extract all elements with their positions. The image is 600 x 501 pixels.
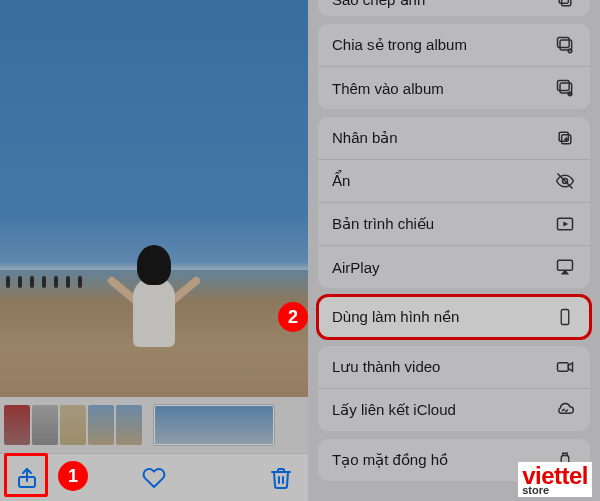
svg-rect-17 <box>561 310 569 325</box>
menu-label: Dùng làm hình nền <box>332 308 459 326</box>
svg-rect-2 <box>559 0 568 3</box>
menu-label: AirPlay <box>332 259 380 276</box>
copy-icon <box>554 0 576 11</box>
menu-group-export: Lưu thành video Lấy liên kết iCloud <box>318 346 590 431</box>
share-icon[interactable] <box>14 465 40 491</box>
bottom-toolbar <box>0 453 308 501</box>
svg-marker-14 <box>563 222 568 227</box>
svg-rect-18 <box>558 363 569 371</box>
menu-label: Thêm vào album <box>332 80 444 97</box>
menu-label: Sao chép ảnh <box>332 0 425 9</box>
shared-album-icon <box>554 34 576 56</box>
duplicate-icon <box>554 127 576 149</box>
trash-icon[interactable] <box>268 465 294 491</box>
phone-icon <box>554 306 576 328</box>
menu-item-share-in-album[interactable]: Chia sẻ trong album <box>318 24 590 66</box>
hide-icon <box>554 170 576 192</box>
thumbnail[interactable] <box>4 405 30 445</box>
menu-label: Bản trình chiếu <box>332 215 434 233</box>
video-icon <box>554 356 576 378</box>
cloud-link-icon <box>554 399 576 421</box>
svg-rect-15 <box>558 260 573 270</box>
svg-point-5 <box>568 49 572 53</box>
menu-item-watch-face[interactable]: Tạo mặt đồng hồ <box>318 439 590 481</box>
menu-group-album: Chia sẻ trong album Thêm vào album <box>318 24 590 109</box>
menu-item-hide[interactable]: Ẩn <box>318 159 590 202</box>
thumbnail-selected[interactable] <box>154 405 274 445</box>
menu-label: Tạo mặt đồng hồ <box>332 451 448 469</box>
menu-label: Lấy liên kết iCloud <box>332 401 456 419</box>
menu-label: Ẩn <box>332 172 350 190</box>
airplay-icon <box>554 256 576 278</box>
add-album-icon <box>554 77 576 99</box>
menu-label: Chia sẻ trong album <box>332 36 467 54</box>
menu-item-icloud-link[interactable]: Lấy liên kết iCloud <box>318 388 590 431</box>
photo-subject <box>114 245 194 365</box>
menu-item-slideshow[interactable]: Bản trình chiếu <box>318 202 590 245</box>
photo-detail-pane <box>0 0 308 501</box>
thumbnail[interactable] <box>32 405 58 445</box>
menu-item-duplicate[interactable]: Nhân bản <box>318 117 590 159</box>
heart-icon[interactable] <box>141 465 167 491</box>
watch-icon <box>554 449 576 471</box>
menu-item-save-video[interactable]: Lưu thành video <box>318 346 590 388</box>
menu-label: Lưu thành video <box>332 358 440 376</box>
photo-preview[interactable] <box>0 0 308 397</box>
menu-item-use-as-wallpaper[interactable]: Dùng làm hình nền <box>318 296 590 338</box>
svg-rect-20 <box>561 456 569 465</box>
menu-label: Nhân bản <box>332 129 398 147</box>
menu-item-airplay[interactable]: AirPlay <box>318 245 590 288</box>
play-icon <box>554 213 576 235</box>
thumbnail[interactable] <box>116 405 142 445</box>
filmstrip[interactable] <box>0 397 308 453</box>
menu-group-watch: Tạo mặt đồng hồ <box>318 439 590 481</box>
thumbnail[interactable] <box>88 405 114 445</box>
share-sheet: Sao chép ảnh Chia sẻ trong album Thêm và… <box>308 0 600 501</box>
thumbnail[interactable] <box>60 405 86 445</box>
menu-group-actions: Nhân bản Ẩn Bản trình chiếu AirPlay <box>318 117 590 288</box>
menu-item-add-to-album[interactable]: Thêm vào album <box>318 66 590 109</box>
menu-item-copy-photo[interactable]: Sao chép ảnh <box>318 0 590 16</box>
